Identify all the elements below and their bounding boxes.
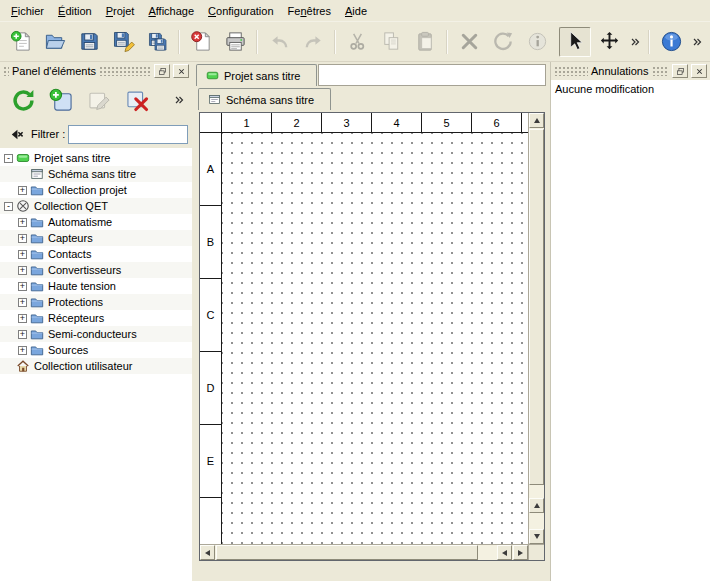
save-as-button[interactable] <box>107 27 139 57</box>
expand-toggle-icon[interactable]: + <box>18 234 27 243</box>
expand-toggle-icon[interactable]: + <box>18 314 27 323</box>
expand-toggle-icon[interactable]: + <box>18 186 27 195</box>
menu-fichier[interactable]: Fichier <box>4 2 51 20</box>
undo-dock-close-button[interactable] <box>691 64 707 78</box>
edit-element-button[interactable] <box>81 83 117 117</box>
toolbar-overflow-right-button[interactable] <box>689 27 705 57</box>
expand-toggle-icon[interactable]: + <box>18 330 27 339</box>
undo-dock-titlebar[interactable]: Annulations <box>551 62 710 80</box>
print-button[interactable] <box>219 27 251 57</box>
collapse-toggle-icon[interactable]: - <box>4 154 13 163</box>
tree-item-contacts[interactable]: +Contacts <box>0 246 192 262</box>
menu-configuration[interactable]: Configuration <box>201 2 280 20</box>
vertical-scroll-thumb[interactable] <box>529 129 544 485</box>
tree-item-convertisseurs[interactable]: +Convertisseurs <box>0 262 192 278</box>
redo-button[interactable] <box>297 27 329 57</box>
tree-item-collection-qet[interactable]: -Collection QET <box>0 198 192 214</box>
main-toolbar <box>0 22 710 62</box>
column-label: 4 <box>372 113 422 132</box>
up-arrow-icon <box>534 118 540 123</box>
delete-selection-button[interactable] <box>453 27 485 57</box>
menu-projet[interactable]: Projet <box>99 2 142 20</box>
open-file-button[interactable] <box>39 27 71 57</box>
expand-toggle-icon[interactable]: + <box>18 346 27 355</box>
scrollbar-corner <box>528 544 544 560</box>
vertical-scrollbar[interactable] <box>528 113 544 544</box>
elements-dock-float-button[interactable] <box>154 64 170 78</box>
dock-grip[interactable] <box>3 66 9 76</box>
move-tool-button[interactable] <box>593 27 625 57</box>
column-label: 1 <box>222 113 272 132</box>
tree-item-label: Haute tension <box>48 280 116 292</box>
tree-item-automatisme[interactable]: +Automatisme <box>0 214 192 230</box>
folder-icon <box>30 279 44 293</box>
save-button[interactable] <box>73 27 105 57</box>
vertical-scroll-up-button[interactable] <box>529 113 544 128</box>
elements-dock-titlebar[interactable]: Panel d'éléments <box>0 62 192 80</box>
menu-fenetres[interactable]: Fenêtres <box>281 2 338 20</box>
tree-item-semi-conducteurs[interactable]: +Semi-conducteurs <box>0 326 192 342</box>
diagram-icon <box>30 167 44 181</box>
reload-collections-button[interactable] <box>5 83 41 117</box>
vertical-scroll-down-button[interactable] <box>529 529 544 544</box>
dock-grip[interactable] <box>652 66 670 76</box>
elements-dock-close-button[interactable] <box>173 64 189 78</box>
expand-toggle-icon[interactable]: + <box>18 266 27 275</box>
dock-grip[interactable] <box>554 66 588 76</box>
new-file-button[interactable] <box>5 27 37 57</box>
delete-element-button[interactable] <box>119 83 155 117</box>
float-icon <box>158 67 167 76</box>
float-icon <box>676 67 685 76</box>
tree-item-schema-sans-titre[interactable]: Schéma sans titre <box>0 166 192 182</box>
vertical-scroll-up-button-bottom[interactable] <box>529 498 544 513</box>
copy-button[interactable] <box>375 27 407 57</box>
paste-button[interactable] <box>409 27 441 57</box>
clear-filter-icon <box>9 127 24 142</box>
expand-toggle-icon[interactable]: + <box>18 298 27 307</box>
undo-button[interactable] <box>263 27 295 57</box>
horizontal-scroll-left-button[interactable] <box>200 545 215 560</box>
tree-item-capteurs[interactable]: +Capteurs <box>0 230 192 246</box>
expand-toggle-icon[interactable]: + <box>18 218 27 227</box>
collapse-toggle-icon[interactable]: - <box>4 202 13 211</box>
new-element-button[interactable] <box>43 83 79 117</box>
tree-item-projet-sans-titre[interactable]: -Projet sans titre <box>0 150 192 166</box>
toolbar-overflow-button[interactable] <box>627 27 643 57</box>
expand-toggle-icon[interactable]: + <box>18 282 27 291</box>
rotate-selection-button[interactable] <box>487 27 519 57</box>
move-tool-icon <box>598 30 621 53</box>
dock-grip[interactable] <box>99 66 151 76</box>
menu-aide[interactable]: Aide <box>338 2 374 20</box>
tree-item-collection-utilisateur[interactable]: Collection utilisateur <box>0 358 192 374</box>
tree-item-sources[interactable]: +Sources <box>0 342 192 358</box>
close-file-button[interactable] <box>185 27 217 57</box>
undo-list[interactable]: Aucune modification <box>551 80 710 581</box>
diagram-canvas[interactable] <box>222 133 528 544</box>
menu-affichage[interactable]: Affichage <box>141 2 201 20</box>
cut-button[interactable] <box>341 27 373 57</box>
panel-overflow-button[interactable] <box>171 83 187 117</box>
tree-item-haute-tension[interactable]: +Haute tension <box>0 278 192 294</box>
object-information-button[interactable] <box>521 27 553 57</box>
tree-item-label: Semi-conducteurs <box>48 328 137 340</box>
select-tool-button[interactable] <box>559 27 591 57</box>
horizontal-scroll-left-button-right[interactable] <box>497 545 512 560</box>
tree-item-collection-projet[interactable]: +Collection projet <box>0 182 192 198</box>
horizontal-scrollbar[interactable] <box>200 544 528 560</box>
tab-diagram[interactable]: Schéma sans titre <box>198 88 331 110</box>
save-all-icon <box>146 30 169 53</box>
up-arrow-icon <box>534 503 540 508</box>
horizontal-scroll-right-button[interactable] <box>513 545 528 560</box>
save-all-button[interactable] <box>141 27 173 57</box>
horizontal-scroll-thumb[interactable] <box>216 545 478 560</box>
menu-edition[interactable]: Édition <box>51 2 99 20</box>
clear-filter-button[interactable] <box>4 123 28 145</box>
undo-dock-float-button[interactable] <box>672 64 688 78</box>
expand-toggle-icon[interactable]: + <box>18 250 27 259</box>
tree-item-protections[interactable]: +Protections <box>0 294 192 310</box>
tree-item-recepteurs[interactable]: +Récepteurs <box>0 310 192 326</box>
tab-project[interactable]: Projet sans titre <box>196 64 317 86</box>
copy-icon <box>380 30 403 53</box>
about-qet-button[interactable] <box>655 27 687 57</box>
filter-input[interactable] <box>68 125 188 144</box>
